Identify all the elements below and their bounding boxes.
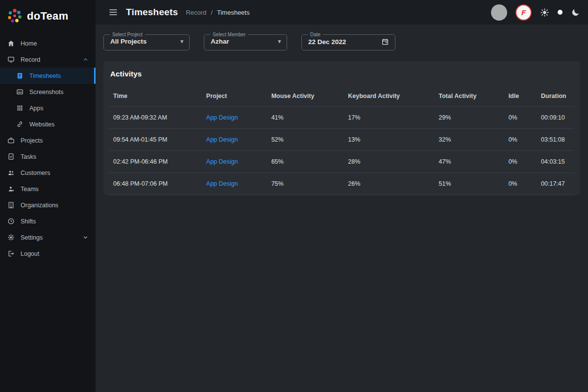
cell-idle: 0% [505, 107, 537, 129]
person-dot-icon [7, 185, 15, 193]
cell-total-activity: 47% [435, 151, 504, 173]
activity-table-header: Time Project Mouse Activity Keyboard Act… [109, 78, 574, 107]
building-icon [7, 201, 15, 209]
sidebar-item-logout[interactable]: Logout [0, 245, 96, 262]
cell-total-activity: 29% [435, 107, 504, 129]
project-link[interactable]: App Design [206, 114, 238, 121]
project-link[interactable]: App Design [206, 158, 238, 165]
cell-keyboard-activity: 13% [344, 129, 435, 151]
sidebar-item-websites[interactable]: Websites [0, 116, 96, 132]
column-header-total: Total Activity [435, 78, 504, 107]
logout-icon [7, 250, 15, 258]
breadcrumb: Record / Timesheets [186, 9, 249, 16]
sidebar-item-home[interactable]: Home [0, 35, 96, 51]
cell-mouse-activity: 65% [268, 151, 344, 173]
sidebar-item-timesheets[interactable]: Timesheets [0, 68, 96, 84]
cell-time: 02:42 PM-06:46 PM [109, 151, 202, 173]
cell-total-activity: 32% [435, 129, 504, 151]
cell-mouse-activity: 52% [268, 129, 344, 151]
timesheet-icon [16, 72, 24, 80]
sidebar-item-label: Websites [29, 121, 54, 128]
brand-badge-letter: F [521, 8, 526, 17]
column-header-idle: Idle [505, 78, 537, 107]
date-picker-value: 22 Dec 2022 [308, 38, 346, 46]
sidebar-item-settings[interactable]: Settings [0, 229, 96, 245]
sidebar-item-label: Home [21, 40, 37, 47]
member-select[interactable]: Select Member Azhar ▾ [204, 32, 287, 50]
cell-keyboard-activity: 28% [344, 151, 435, 173]
dark-mode-moon-icon[interactable] [571, 8, 580, 17]
sidebar-item-record[interactable]: Record [0, 51, 96, 68]
sidebar-item-label: Tasks [21, 153, 36, 160]
column-header-time: Time [109, 78, 202, 107]
cell-duration: 00:09:10 [537, 107, 574, 129]
cell-duration: 03:51:08 [537, 129, 574, 151]
sidebar-item-tasks[interactable]: Tasks [0, 148, 96, 165]
page-title: Timesheets [126, 7, 178, 18]
member-select-trigger[interactable]: Azhar ▾ [209, 37, 282, 46]
brand-badge[interactable]: F [515, 4, 532, 21]
calendar-icon[interactable] [381, 38, 389, 46]
logo-text: doTeam [27, 10, 69, 23]
sidebar: doTeam Home Record Timesheets Screenshot… [0, 0, 96, 392]
sidebar-item-shifts[interactable]: Shifts [0, 213, 96, 229]
chevron-down-icon [82, 234, 89, 241]
sidebar-item-screenshots[interactable]: Screenshots [0, 84, 96, 100]
column-header-duration: Duration [537, 78, 574, 107]
clock-icon [7, 218, 15, 225]
cell-time: 09:54 AM-01:45 PM [109, 129, 202, 151]
monitor-icon [7, 56, 15, 64]
cell-idle: 0% [505, 151, 537, 173]
cell-mouse-activity: 75% [268, 173, 344, 195]
sidebar-item-apps[interactable]: Apps [0, 100, 96, 116]
home-icon [7, 40, 15, 48]
member-select-value: Azhar [211, 38, 229, 45]
sidebar-item-label: Customers [21, 170, 50, 176]
sidebar-item-projects[interactable]: Projects [0, 132, 96, 148]
project-select[interactable]: Select Project All Projects ▾ [103, 32, 190, 50]
hamburger-menu-icon[interactable] [108, 7, 118, 17]
sidebar-item-label: Record [21, 56, 40, 63]
sidebar-item-teams[interactable]: Teams [0, 181, 96, 197]
project-select-label: Select Project [110, 32, 145, 37]
sidebar-nav: Home Record Timesheets Screenshots Apps [0, 32, 96, 392]
project-select-trigger[interactable]: All Projects ▾ [108, 37, 185, 46]
breadcrumb-parent[interactable]: Record [186, 9, 206, 16]
sidebar-item-label: Teams [21, 186, 39, 193]
table-row: 02:42 PM-06:46 PM App Design 65% 28% 47%… [109, 151, 574, 173]
date-picker[interactable]: Date 22 Dec 2022 [301, 32, 395, 50]
light-mode-sun-icon[interactable] [540, 8, 549, 17]
gear-icon [7, 234, 15, 242]
sidebar-item-label: Organizations [21, 202, 58, 209]
cell-idle: 0% [505, 129, 537, 151]
sidebar-item-label: Apps [29, 105, 44, 112]
project-link[interactable]: App Design [206, 180, 238, 187]
table-row: 09:54 AM-01:45 PM App Design 52% 13% 32%… [109, 129, 574, 151]
sidebar-item-label: Shifts [21, 218, 36, 225]
screenshot-icon [16, 88, 24, 96]
date-picker-trigger[interactable]: 22 Dec 2022 [306, 37, 391, 47]
avatar[interactable] [491, 4, 507, 21]
topbar-actions: F [491, 4, 580, 21]
cell-time: 06:48 PM-07:06 PM [109, 173, 202, 195]
project-select-value: All Projects [110, 38, 147, 45]
cell-duration: 04:03:15 [537, 151, 574, 173]
main-column: Timesheets Record / Timesheets F [96, 0, 588, 392]
cell-keyboard-activity: 17% [344, 107, 435, 129]
sidebar-item-customers[interactable]: Customers [0, 165, 96, 181]
column-header-keyboard: Keyboard Activity [344, 78, 435, 107]
status-dot[interactable] [558, 10, 563, 15]
dropdown-caret-icon: ▾ [180, 38, 183, 45]
project-link[interactable]: App Design [206, 136, 238, 143]
column-header-mouse: Mouse Activity [268, 78, 344, 107]
sidebar-item-organizations[interactable]: Organizations [0, 197, 96, 213]
dropdown-caret-icon: ▾ [278, 38, 281, 45]
cell-time: 09:23 AM-09:32 AM [109, 107, 202, 129]
member-select-label: Select Member [210, 32, 248, 37]
activity-table: Time Project Mouse Activity Keyboard Act… [109, 78, 574, 195]
logo[interactable]: doTeam [0, 0, 96, 32]
cell-keyboard-activity: 26% [344, 173, 435, 195]
table-row: 06:48 PM-07:06 PM App Design 75% 26% 51%… [109, 173, 574, 195]
column-header-project: Project [202, 78, 268, 107]
apps-grid-icon [16, 104, 24, 112]
